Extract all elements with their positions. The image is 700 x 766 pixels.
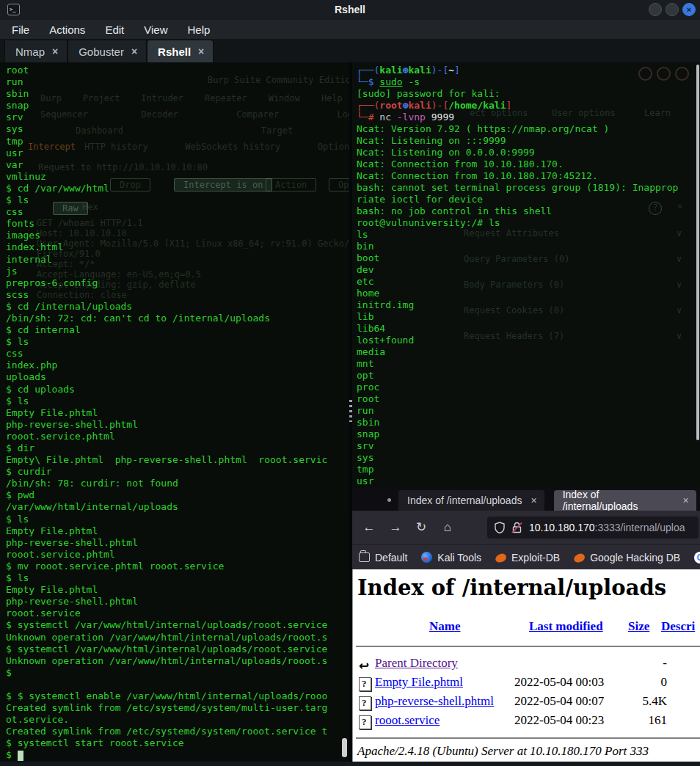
home-button[interactable]: ⌂ [437, 517, 458, 538]
file-size: 161 [595, 713, 667, 728]
terminal-line: Ncat: Listening on :::9999 [357, 135, 700, 147]
menu-item[interactable]: File [12, 23, 29, 36]
menu-item[interactable]: Edit [105, 23, 124, 36]
broken-lock-icon[interactable] [511, 522, 522, 533]
bookmark-item[interactable]: Exploit-DB [495, 552, 560, 563]
terminal-line: php-reverse-shell.phtml [6, 537, 349, 549]
terminal-line: fonts [6, 218, 349, 230]
terminal-line: Empty File.phtml [6, 525, 349, 537]
tab-close-icon[interactable]: × [198, 45, 204, 57]
left-terminal-pane[interactable]: Burp Suite Community EditionBurp Project… [0, 62, 349, 765]
terminal-line: rooot.service.phtml [6, 549, 349, 561]
bookmark-item[interactable]: Kali Tools [421, 552, 481, 563]
terminal-line: var [6, 159, 349, 171]
file-modified: 2022-05-04 00:07 [514, 694, 604, 709]
bookmark-icon [573, 553, 586, 563]
terminal-line: run [6, 76, 349, 88]
bookmark-label: Kali Tools [437, 552, 481, 563]
terminal-line: srv [357, 440, 700, 452]
back-button[interactable]: ← [359, 517, 379, 538]
bookmark-icon [421, 552, 432, 563]
webpage: Index of /internal/uploads NameLast modi… [351, 569, 700, 762]
terminal-line: Ncat: Connection from 10.10.180.170. [357, 158, 700, 170]
bookmark-item[interactable] [694, 552, 700, 563]
terminal-tab[interactable]: Gobuster × [68, 40, 147, 62]
close-button[interactable]: × [682, 3, 696, 16]
terminal-line: $ cd uploads [6, 384, 349, 395]
terminal-tab[interactable]: Nmap × [4, 40, 68, 62]
terminal-line: $ ls [6, 514, 349, 525]
browser-tab-label: Index of /internal/uploads [563, 489, 674, 512]
column-header-link[interactable]: Last modified [529, 619, 603, 634]
horizontal-rule [356, 737, 700, 739]
terminal-line: php-reverse-shell.phtml [6, 419, 349, 431]
column-header-link[interactable]: Size [628, 619, 649, 634]
reload-button[interactable]: ↻ [411, 517, 431, 538]
terminal-line: index.html [6, 241, 349, 253]
terminal-line: riate ioctl for device [357, 194, 700, 205]
terminal-line: ┌──(root⊛kali)-[/home/kali] [357, 100, 700, 112]
terminal-line: $ cd internal [6, 324, 349, 336]
menu-item[interactable]: Actions [49, 23, 85, 36]
left-terminal-scrollbar[interactable] [342, 738, 347, 757]
url-bar[interactable]: 10.10.180.170:3333/internal/uploa [487, 517, 699, 539]
file-link[interactable]: php-reverse-shell.phtml [375, 694, 494, 709]
terminal-line: rooot.service.phtml [6, 431, 349, 442]
right-terminal-scrollbar[interactable] [696, 65, 699, 440]
terminal-line: internal [6, 254, 349, 266]
terminal-line: root [357, 393, 700, 405]
terminal-line: home [357, 288, 700, 299]
terminal-line: $ ls [6, 395, 349, 407]
tab-close-icon[interactable]: × [131, 45, 137, 57]
terminal-line: Ncat: Listening on 0.0.0.0:9999 [357, 147, 700, 158]
terminal-line: [sudo] password for kali: [357, 88, 700, 100]
minimize-button[interactable] [649, 3, 662, 16]
tab-close-icon[interactable]: × [52, 45, 58, 57]
terminal-line: srv [6, 112, 349, 123]
file-link[interactable]: Parent Directory [375, 656, 458, 671]
forward-button[interactable]: → [385, 517, 406, 538]
terminal-line: mnt [357, 358, 700, 370]
right-terminal-pane[interactable]: ect optionsUser optionsLearn?×Request At… [352, 62, 700, 488]
menu-item[interactable]: View [144, 23, 167, 36]
terminal-line: /bin/sh: 72: cd: can't cd to /internal/u… [6, 313, 349, 324]
bookmark-label: Default [375, 552, 407, 563]
maximize-button[interactable] [666, 3, 679, 16]
bookmark-item[interactable]: Google Hacking DB [574, 552, 680, 563]
terminal-tab[interactable]: Rshell × [147, 40, 214, 62]
file-link[interactable]: rooot.service [375, 713, 440, 728]
pane-divider[interactable] [349, 62, 352, 762]
terminal-line: rooot.service [6, 608, 349, 619]
terminal-line: lib [357, 311, 700, 323]
terminal-line: Ncat: Version 7.92 ( https://nmap.org/nc… [357, 123, 700, 135]
menu-item[interactable]: Help [187, 23, 210, 36]
shield-icon[interactable] [495, 522, 505, 533]
column-header-link[interactable]: Name [429, 619, 460, 634]
bookmarks-bar: Default Kali Tools Exploit-DB Google Hac… [351, 544, 700, 569]
tab-close-icon[interactable]: × [531, 495, 536, 506]
browser-tab[interactable]: Index of /internal/uploads × [398, 490, 544, 511]
browser-tab[interactable]: Index of /internal/uploads × [554, 490, 696, 511]
page-title: Index of /internal/uploads [357, 575, 666, 600]
directory-row: rooot.service 2022-05-04 00:23 161 [353, 713, 700, 732]
terminal-line: $ ls [6, 336, 349, 348]
bookmark-label: Google Hacking DB [590, 552, 680, 563]
terminal-line: $ cd /internal/uploads [6, 301, 349, 313]
terminal-line: root@vulnuniversity:/# ls [357, 217, 700, 229]
file-size: 0 [595, 675, 667, 690]
terminal-line: Ncat: Connection from 10.10.180.170:4521… [357, 170, 700, 182]
file-size: - [595, 656, 667, 671]
bookmark-item[interactable]: Default [359, 552, 407, 563]
terminal-line: Unknown operation /var/www/html/internal… [6, 655, 349, 667]
terminal-line: Empty File.phtml [6, 584, 349, 596]
url-path: :3333/internal/uploa [595, 522, 685, 533]
terminal-line: prepros-6.config [6, 277, 349, 289]
directory-row: Empty File.phtml 2022-05-04 00:03 0 [353, 675, 700, 694]
terminal-line: ┌──(kali⊛kali)-[~] [357, 65, 700, 76]
terminal-line: $ dir [6, 442, 349, 454]
tab-close-icon[interactable]: × [682, 495, 688, 506]
file-link[interactable]: Empty File.phtml [375, 675, 463, 690]
terminal-line: Empty File.phtml [6, 407, 349, 419]
column-header-link[interactable]: Descri [661, 619, 695, 634]
terminal-line: bin [357, 241, 700, 252]
